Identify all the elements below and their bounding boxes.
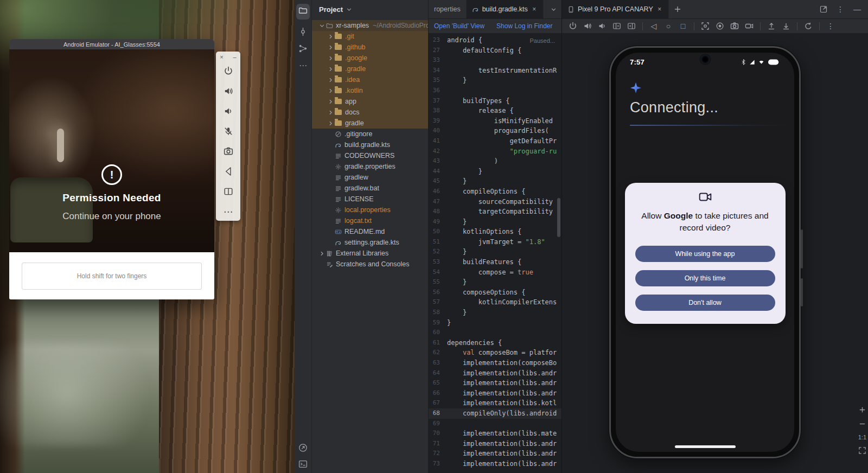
code-line-63[interactable]: 63 implementation(composeBo	[429, 358, 561, 368]
video-icon[interactable]	[745, 22, 754, 30]
line-number[interactable]: 59	[429, 318, 447, 328]
tree-item-license[interactable]: LICENSE	[312, 194, 428, 204]
code-line-57[interactable]: 57 kotlinCompilerExtens	[429, 297, 561, 308]
tree-item-gradle-properties[interactable]: gradle.properties	[312, 161, 428, 172]
code-line-36[interactable]: 36	[429, 86, 561, 96]
tree-item-build-gradle-kts[interactable]: build.gradle.kts	[312, 139, 428, 150]
tab-build-gradle-kts[interactable]: build.gradle.kts ×	[467, 0, 544, 18]
code-line-39[interactable]: 39 isMinifyEnabled	[429, 116, 561, 126]
tabs-overflow[interactable]	[550, 0, 561, 18]
nav-home-icon[interactable]: ○	[664, 22, 673, 30]
line-number[interactable]: 42	[429, 146, 447, 157]
tree-item-logcat-txt[interactable]: logcat.txt	[312, 215, 428, 226]
fold-close-icon[interactable]	[612, 22, 621, 30]
code-line-44[interactable]: 44 }	[429, 167, 561, 177]
line-number[interactable]: 50	[429, 227, 447, 237]
tree-item-gradlew-bat[interactable]: gradlew.bat	[312, 183, 428, 194]
code-line-50[interactable]: 50 kotlinOptions {	[429, 227, 561, 237]
code-line-48[interactable]: 48 targetCompatibility	[429, 207, 561, 217]
camera-icon[interactable]	[224, 146, 233, 156]
upload-icon[interactable]	[767, 22, 776, 30]
line-number[interactable]: 51	[429, 237, 447, 247]
tree-item-gradle[interactable]: .gradle	[312, 63, 428, 74]
fold-icon[interactable]	[224, 187, 233, 196]
tree-item-git[interactable]: .git	[312, 31, 428, 42]
download-icon[interactable]	[782, 22, 790, 30]
code-line-55[interactable]: 55 }	[429, 277, 561, 287]
line-number[interactable]: 34	[429, 66, 447, 76]
tree-item-gradlew[interactable]: gradlew	[312, 172, 428, 183]
line-number[interactable]: 46	[429, 187, 447, 197]
fold-open-icon[interactable]	[627, 22, 636, 30]
tree-item-github[interactable]: .github	[312, 42, 428, 53]
volume-down-icon[interactable]	[224, 106, 233, 116]
tree-item-settings-gradle-kts[interactable]: settings.gradle.kts	[312, 237, 428, 248]
tree-item-external-libraries[interactable]: External Libraries	[312, 248, 428, 259]
line-number[interactable]: 60	[429, 328, 447, 338]
screenshot-icon[interactable]	[701, 22, 710, 30]
line-number[interactable]: 53	[429, 257, 447, 267]
code-line-49[interactable]: 49 }	[429, 217, 561, 227]
line-number[interactable]: 64	[429, 368, 447, 379]
mic-off-icon[interactable]	[224, 126, 233, 136]
add-device-icon[interactable]	[673, 5, 682, 14]
code-line-58[interactable]: 58 }	[429, 308, 561, 318]
phone-screen[interactable]: 7:57 Connecting... Allow Google to take …	[616, 53, 794, 452]
tree-item-gradle[interactable]: gradle	[312, 118, 428, 129]
dialog-button-only-this-time[interactable]: Only this time	[635, 270, 775, 286]
code-line-61[interactable]: 61dependencies {	[429, 338, 561, 348]
nav-back-icon[interactable]: ◁	[649, 22, 658, 30]
code-line-54[interactable]: 54 compose = true	[429, 267, 561, 278]
line-number[interactable]: 48	[429, 207, 447, 217]
code-line-52[interactable]: 52 }	[429, 247, 561, 257]
close-icon[interactable]: ×	[218, 54, 225, 61]
tree-item-codeowners[interactable]: CODEOWNERS	[312, 150, 428, 161]
device-tab[interactable]: Pixel 9 Pro API CANARY ×	[562, 0, 669, 18]
line-number[interactable]: 65	[429, 378, 447, 388]
link-open-build-view[interactable]: Open 'Build' View	[434, 22, 484, 30]
record-icon[interactable]	[716, 22, 724, 30]
code-line-68[interactable]: 68 compileOnly(libs.android	[429, 408, 561, 419]
tree-item-scratches-and-consoles[interactable]: Scratches and Consoles	[312, 259, 428, 270]
line-number[interactable]: 68	[429, 408, 447, 419]
code-line-38[interactable]: 38 release {	[429, 106, 561, 116]
line-number[interactable]: 33	[429, 55, 447, 66]
line-number[interactable]: 62	[429, 348, 447, 358]
code-line-56[interactable]: 56 composeOptions {	[429, 287, 561, 298]
code-line-41[interactable]: 41 getDefaultPr	[429, 136, 561, 146]
volume-down-icon[interactable]	[598, 22, 607, 30]
code-line-70[interactable]: 70 implementation(libs.mate	[429, 429, 561, 439]
line-number[interactable]: 56	[429, 287, 447, 298]
code-line-60[interactable]: 60	[429, 328, 561, 338]
code-line-66[interactable]: 66 implementation(libs.andr	[429, 388, 561, 399]
line-number[interactable]: 61	[429, 338, 447, 348]
tree-item-xr-samples[interactable]: xr-samples~/AndroidStudioProj	[312, 20, 428, 31]
open-window-icon[interactable]	[819, 5, 828, 14]
fit-icon[interactable]	[858, 446, 866, 455]
line-number[interactable]: 40	[429, 126, 447, 136]
line-number[interactable]: 54	[429, 267, 447, 278]
kebab-icon[interactable]: ⋮	[836, 5, 845, 14]
code-line-65[interactable]: 65 implementation(libs.andr	[429, 378, 561, 388]
code-line-72[interactable]: 72 implementation(libs.andr	[429, 449, 561, 459]
tree-item-local-properties[interactable]: local.properties	[312, 204, 428, 215]
code-line-64[interactable]: 64 implementation(libs.andr	[429, 368, 561, 379]
code-line-53[interactable]: 53 buildFeatures {	[429, 257, 561, 267]
home-indicator[interactable]	[675, 445, 736, 448]
code-line-46[interactable]: 46 compileOptions {	[429, 187, 561, 197]
line-number[interactable]: 39	[429, 116, 447, 126]
tree-item-gitignore[interactable]: .gitignore	[312, 129, 428, 139]
code-line-51[interactable]: 51 jvmTarget = "1.8"	[429, 237, 561, 247]
sync-icon[interactable]	[298, 443, 308, 452]
commit-icon[interactable]	[298, 27, 308, 36]
code-line-73[interactable]: 73 implementation(libs.andr	[429, 459, 561, 469]
code-line-42[interactable]: 42 "proguard-ru	[429, 146, 561, 157]
code-line-45[interactable]: 45 }	[429, 176, 561, 187]
code-line-71[interactable]: 71 implementation(libs.andr	[429, 439, 561, 449]
power-icon[interactable]	[224, 66, 233, 76]
tree-item-kotlin[interactable]: .kotlin	[312, 85, 428, 96]
editor-scrollbar[interactable]	[557, 198, 560, 237]
project-icon[interactable]	[298, 6, 308, 15]
volume-up-icon[interactable]	[224, 86, 233, 96]
line-number[interactable]: 23	[429, 35, 447, 46]
